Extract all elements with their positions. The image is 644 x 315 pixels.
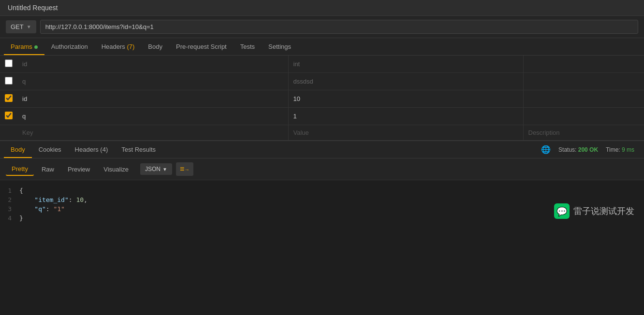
format-dropdown[interactable]: JSON ▼ bbox=[140, 163, 172, 175]
wechat-symbol: 💬 bbox=[556, 206, 567, 216]
checkbox-cell[interactable] bbox=[0, 56, 17, 73]
row2-checkbox[interactable] bbox=[5, 77, 13, 85]
response-tab-headers[interactable]: Headers (4) bbox=[68, 141, 115, 158]
response-tab-cookies-label: Cookies bbox=[39, 146, 61, 153]
tab-tests-label: Tests bbox=[240, 43, 255, 50]
watermark-text: 雷子说测试开发 bbox=[573, 205, 634, 217]
row1-desc[interactable] bbox=[523, 56, 644, 73]
code-area: 1 { 2 "item_id": 10, 3 "q": "1" 4 } 💬 雷子… bbox=[0, 180, 644, 229]
code-content-4: } bbox=[19, 215, 23, 222]
tab-authorization-label: Authorization bbox=[51, 43, 88, 50]
status-label: Status: 200 OK bbox=[558, 146, 598, 153]
line-num-2: 2 bbox=[0, 196, 19, 203]
row4-desc[interactable] bbox=[523, 108, 644, 125]
tab-authorization[interactable]: Authorization bbox=[44, 38, 95, 55]
code-content-1: { bbox=[19, 187, 23, 194]
url-bar: GET ▼ bbox=[0, 16, 644, 38]
tab-settings-label: Settings bbox=[268, 43, 291, 50]
format-dropdown-chevron: ▼ bbox=[162, 167, 167, 172]
tab-pre-request-label: Pre-request Script bbox=[176, 43, 227, 50]
tab-params-label: Params bbox=[11, 43, 32, 50]
url-input[interactable] bbox=[40, 20, 638, 34]
row1-key[interactable]: id bbox=[17, 56, 288, 73]
fmt-tab-preview[interactable]: Preview bbox=[62, 163, 96, 175]
row4-key[interactable]: q bbox=[17, 108, 288, 125]
time-value: 9 ms bbox=[622, 146, 634, 153]
table-row: id 10 bbox=[0, 90, 644, 108]
table-row: q 1 bbox=[0, 108, 644, 125]
response-status-bar: 🌐 Status: 200 OK Time: 9 ms bbox=[541, 145, 640, 154]
headers-badge: (7) bbox=[127, 43, 134, 50]
time-label: Time: 9 ms bbox=[606, 146, 634, 153]
placeholder-value[interactable]: Value bbox=[288, 125, 523, 141]
request-tabs: Params Authorization Headers (7) Body Pr… bbox=[0, 38, 644, 56]
wrap-arrow: → bbox=[184, 167, 190, 172]
row4-checkbox[interactable] bbox=[5, 112, 13, 119]
row3-desc[interactable] bbox=[523, 90, 644, 108]
row2-value[interactable]: dssdsd bbox=[288, 73, 523, 90]
method-dropdown[interactable]: GET ▼ bbox=[6, 20, 36, 33]
response-tab-headers-label: Headers (4) bbox=[75, 146, 108, 153]
wrap-button[interactable]: ≡→ bbox=[176, 162, 193, 176]
table-row: id int bbox=[0, 56, 644, 73]
tab-body[interactable]: Body bbox=[141, 38, 169, 55]
format-dropdown-label: JSON bbox=[145, 166, 161, 172]
row3-key[interactable]: id bbox=[17, 90, 288, 108]
row3-checkbox[interactable] bbox=[5, 94, 13, 102]
fmt-tab-raw-label: Raw bbox=[42, 166, 54, 173]
checkbox-cell[interactable] bbox=[0, 108, 17, 125]
line-num-3: 3 bbox=[0, 205, 19, 213]
tab-settings[interactable]: Settings bbox=[262, 38, 298, 55]
fmt-tab-preview-label: Preview bbox=[68, 166, 90, 173]
code-line-4: 4 } bbox=[0, 214, 644, 223]
watermark: 💬 雷子说测试开发 bbox=[554, 203, 634, 219]
status-value: 200 OK bbox=[578, 146, 598, 153]
fmt-tab-visualize[interactable]: Visualize bbox=[98, 163, 134, 175]
title-bar: Untitled Request bbox=[0, 0, 644, 16]
fmt-tab-raw[interactable]: Raw bbox=[36, 163, 60, 175]
tab-params[interactable]: Params bbox=[4, 38, 44, 55]
fmt-tab-pretty[interactable]: Pretty bbox=[6, 163, 34, 176]
wechat-icon: 💬 bbox=[554, 203, 570, 219]
response-tab-testresults[interactable]: Test Results bbox=[115, 141, 162, 158]
response-tabs: Body Cookies Headers (4) Test Results 🌐 … bbox=[0, 141, 644, 158]
method-label: GET bbox=[11, 23, 24, 30]
response-tab-body-label: Body bbox=[11, 146, 25, 153]
response-tab-cookies[interactable]: Cookies bbox=[32, 141, 68, 158]
placeholder-checkbox bbox=[0, 125, 17, 141]
params-table: id int q dssdsd id 10 bbox=[0, 56, 644, 141]
row2-key[interactable]: q bbox=[17, 73, 288, 90]
row1-checkbox[interactable] bbox=[5, 59, 13, 67]
tab-body-label: Body bbox=[148, 43, 162, 50]
code-content-2: "item_id": 10, bbox=[19, 196, 88, 203]
checkbox-cell[interactable] bbox=[0, 73, 17, 90]
window-title: Untitled Request bbox=[8, 4, 58, 12]
code-line-3: 3 "q": "1" bbox=[0, 204, 644, 214]
placeholder-row: Key Value Description bbox=[0, 125, 644, 141]
tab-pre-request[interactable]: Pre-request Script bbox=[169, 38, 234, 55]
wrap-icon: ≡ bbox=[180, 165, 184, 173]
code-line-2: 2 "item_id": 10, bbox=[0, 195, 644, 204]
globe-icon: 🌐 bbox=[541, 145, 551, 154]
params-section: id int q dssdsd id 10 bbox=[0, 56, 644, 141]
fmt-tab-visualize-label: Visualize bbox=[103, 166, 129, 173]
placeholder-key[interactable]: Key bbox=[17, 125, 288, 141]
tab-tests[interactable]: Tests bbox=[234, 38, 262, 55]
response-tab-body[interactable]: Body bbox=[4, 141, 32, 158]
method-chevron: ▼ bbox=[27, 24, 31, 29]
checkbox-cell[interactable] bbox=[0, 90, 17, 108]
fmt-tab-pretty-label: Pretty bbox=[12, 165, 28, 172]
tab-headers[interactable]: Headers (7) bbox=[95, 38, 142, 55]
row2-desc[interactable] bbox=[523, 73, 644, 90]
line-num-4: 4 bbox=[0, 215, 19, 222]
line-num-1: 1 bbox=[0, 187, 19, 194]
row3-value[interactable]: 10 bbox=[288, 90, 523, 108]
row1-value[interactable]: int bbox=[288, 56, 523, 73]
table-row: q dssdsd bbox=[0, 73, 644, 90]
row4-value[interactable]: 1 bbox=[288, 108, 523, 125]
format-bar: Pretty Raw Preview Visualize JSON ▼ ≡→ bbox=[0, 158, 644, 180]
placeholder-desc[interactable]: Description bbox=[523, 125, 644, 141]
tab-headers-label: Headers (7) bbox=[102, 43, 135, 50]
params-dot bbox=[34, 45, 38, 49]
code-line-1: 1 { bbox=[0, 186, 644, 195]
